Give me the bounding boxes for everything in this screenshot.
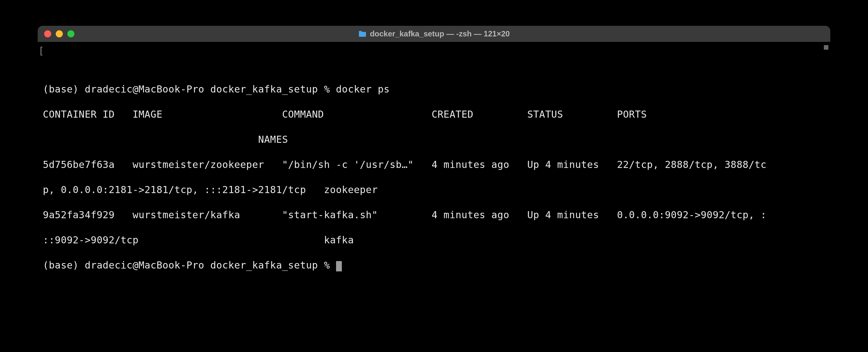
maximize-icon[interactable] [67,30,74,37]
close-icon[interactable] [44,30,51,37]
table-row: 9a52fa34f929 wurstmeister/kafka "start-k… [43,209,825,221]
prompt-prefix: (base) dradecic@MacBook-Pro docker_kafka… [43,84,336,95]
traffic-lights [44,30,74,37]
terminal-body[interactable]: [ (base) dradecic@MacBook-Pro docker_kaf… [38,42,830,352]
window-title-text: docker_kafka_setup — -zsh — 121×20 [370,29,510,38]
table-header-2: NAMES [43,133,825,146]
prompt-line-1: (base) dradecic@MacBook-Pro docker_kafka… [43,83,825,95]
titlebar[interactable]: docker_kafka_setup — -zsh — 121×20 [38,26,830,42]
table-row: 5d756be7f63a wurstmeister/zookeeper "/bi… [43,158,825,171]
window-title: docker_kafka_setup — -zsh — 121×20 [358,29,510,38]
scroll-indicator-icon [824,45,828,50]
scroll-marker-left: [ [38,45,44,57]
table-header-1: CONTAINER ID IMAGE COMMAND CREATED STATU… [43,108,825,121]
cursor-icon [336,261,342,271]
prompt-prefix: (base) dradecic@MacBook-Pro docker_kafka… [43,260,336,271]
command-text: docker ps [336,84,390,95]
minimize-icon[interactable] [56,30,63,37]
prompt-line-2: (base) dradecic@MacBook-Pro docker_kafka… [43,259,825,271]
terminal-window: docker_kafka_setup — -zsh — 121×20 [ (ba… [38,26,830,352]
table-row: ::9092->9092/tcp kafka [43,234,825,246]
folder-icon [358,30,367,37]
table-row: p, 0.0.0.0:2181->2181/tcp, :::2181->2181… [43,183,825,196]
